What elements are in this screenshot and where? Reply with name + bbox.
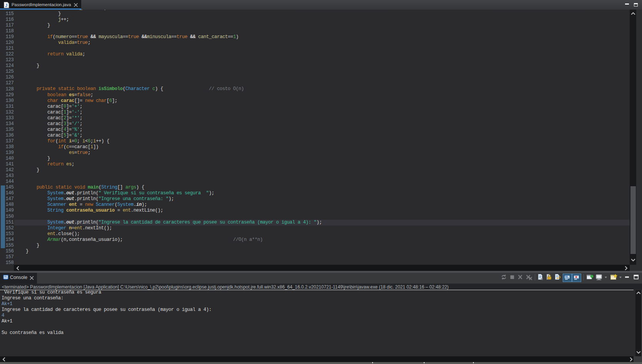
svg-text:J: J (5, 3, 7, 8)
